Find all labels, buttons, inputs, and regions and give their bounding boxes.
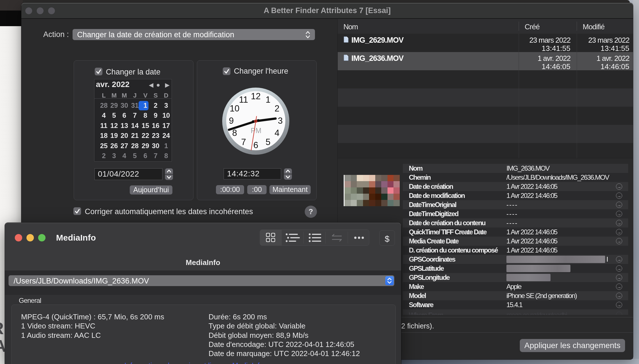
svg-text:10: 10 <box>230 104 239 113</box>
svg-text:12: 12 <box>251 91 261 101</box>
svg-text:2: 2 <box>275 104 279 113</box>
svg-text:6: 6 <box>253 140 258 150</box>
svg-text:9: 9 <box>229 116 234 126</box>
svg-text:4: 4 <box>275 128 279 138</box>
svg-text:11: 11 <box>239 95 248 105</box>
svg-text:5: 5 <box>265 137 270 147</box>
svg-text:3: 3 <box>278 116 283 126</box>
svg-text:1: 1 <box>265 95 270 105</box>
svg-text:7: 7 <box>241 137 246 147</box>
svg-text:PM: PM <box>251 127 261 135</box>
